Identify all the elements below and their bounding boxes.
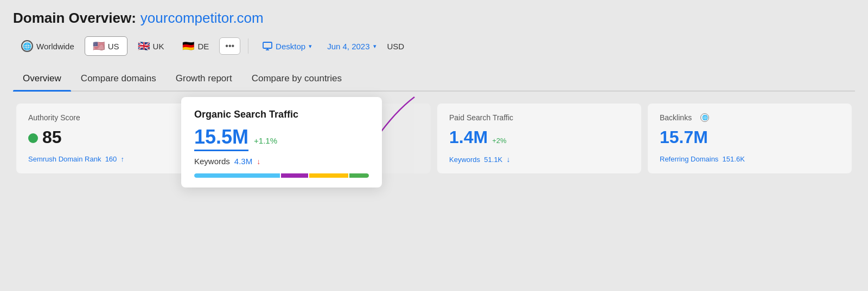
stats-area: Authority Score 85 Semrush Domain Rank 1… <box>13 92 855 183</box>
page-title: Domain Overview: <box>13 10 136 27</box>
tab-compare-domains[interactable]: Compare domains <box>71 68 166 90</box>
organic-tooltip-card: Organic Search Traffic 15.5M +1.1% Keywo… <box>181 97 382 187</box>
us-button[interactable]: 🇺🇸 US <box>85 36 127 56</box>
tooltip-change: +1.1% <box>254 136 277 145</box>
stats-row: Authority Score 85 Semrush Domain Rank 1… <box>13 92 855 183</box>
backlinks-main: 15.7M <box>660 127 840 147</box>
tab-bar: Overview Compare domains Growth report C… <box>13 68 855 92</box>
traffic-color-bar <box>194 173 369 178</box>
desktop-icon <box>263 42 272 50</box>
tooltip-kw-value: 4.3M <box>234 157 252 166</box>
us-label: US <box>108 42 119 51</box>
de-flag: 🇩🇪 <box>182 40 194 52</box>
worldwide-label: Worldwide <box>36 42 74 51</box>
us-flag: 🇺🇸 <box>93 40 105 52</box>
worldwide-button[interactable]: 🌐 Worldwide <box>13 36 82 56</box>
tooltip-keywords: Keywords 4.3M ↓ <box>194 157 369 166</box>
svg-rect-0 <box>263 42 272 48</box>
domain-header: Domain Overview: yourcompetitor.com <box>13 10 855 27</box>
chevron-down-icon: ▾ <box>309 43 312 50</box>
paid-value: 1.4M <box>449 127 488 147</box>
bar-yellow <box>309 173 348 178</box>
paid-main: 1.4M +2% <box>449 127 629 147</box>
keywords-down-icon: ↓ <box>507 155 510 164</box>
uk-label: UK <box>153 42 164 51</box>
divider <box>248 38 248 54</box>
more-label: ••• <box>225 41 234 50</box>
date-selector[interactable]: Jun 4, 2023 ▾ <box>321 38 382 54</box>
chevron-down-icon: ▾ <box>373 43 376 50</box>
rank-up-icon: ↑ <box>121 155 125 163</box>
device-label: Desktop <box>276 42 305 51</box>
green-dot-icon <box>28 133 38 143</box>
backlinks-globe-icon: 🌐 <box>700 113 709 122</box>
tab-compare-countries[interactable]: Compare by countries <box>242 68 352 90</box>
paid-sub: Keywords 51.1K ↓ <box>449 155 629 164</box>
de-label: DE <box>197 42 209 51</box>
device-selector[interactable]: Desktop ▾ <box>256 38 318 54</box>
bar-green <box>349 173 369 178</box>
paid-keywords-value: 51.1K <box>484 156 502 164</box>
tab-overview[interactable]: Overview <box>13 68 71 90</box>
backlinks-sub: Referring Domains 151.6K <box>660 155 840 163</box>
currency-label: USD <box>387 42 405 51</box>
de-button[interactable]: 🇩🇪 DE <box>174 36 217 56</box>
date-label: Jun 4, 2023 <box>327 42 369 51</box>
region-bar: 🌐 Worldwide 🇺🇸 US 🇬🇧 UK 🇩🇪 DE ••• Deskto… <box>13 36 855 56</box>
tooltip-main: 15.5M +1.1% <box>194 126 369 151</box>
uk-button[interactable]: 🇬🇧 UK <box>130 36 173 56</box>
paid-label: Paid Search Traffic <box>449 113 629 122</box>
backlinks-card: Backlinks 🌐 15.7M Referring Domains 151.… <box>648 104 852 173</box>
tab-growth-report[interactable]: Growth report <box>166 68 242 90</box>
paid-change: +2% <box>492 137 506 145</box>
paid-traffic-card: Paid Search Traffic 1.4M +2% Keywords 51… <box>437 104 641 173</box>
bar-purple <box>281 173 308 178</box>
backlinks-label: Backlinks 🌐 <box>660 113 840 122</box>
domain-url: yourcompetitor.com <box>141 10 264 27</box>
tooltip-value: 15.5M <box>194 126 248 151</box>
uk-flag: 🇬🇧 <box>138 40 150 52</box>
backlinks-value: 15.7M <box>660 127 708 147</box>
more-regions-button[interactable]: ••• <box>219 37 240 55</box>
authority-value: 85 <box>42 127 62 147</box>
domain-rank-value: 160 <box>105 155 117 163</box>
bar-blue <box>194 173 280 178</box>
referring-domains-value: 151.6K <box>723 155 745 163</box>
globe-icon: 🌐 <box>21 40 33 52</box>
kw-down-icon: ↓ <box>257 157 260 166</box>
tooltip-title: Organic Search Traffic <box>194 109 369 120</box>
